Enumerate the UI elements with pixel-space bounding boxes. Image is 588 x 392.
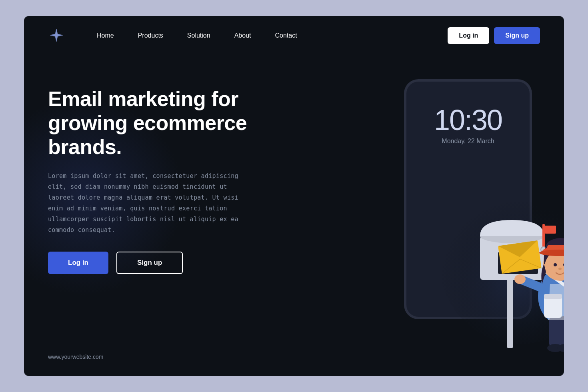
scene-illustration: [436, 128, 564, 360]
left-content: Email marketing for growing ecommerce br…: [48, 71, 280, 298]
logo-icon: [48, 27, 65, 44]
hero-signup-button[interactable]: Sign up: [116, 252, 183, 274]
hero-title: Email marketing for growing ecommerce br…: [48, 87, 280, 159]
svg-rect-2: [507, 276, 513, 348]
page-container: Home Products Solution About Contact Log…: [24, 16, 564, 376]
nav-actions: Log in Sign up: [448, 27, 540, 44]
mailbox-scene: [436, 128, 564, 360]
nav-link-products[interactable]: Products: [138, 32, 163, 39]
nav-link-contact[interactable]: Contact: [275, 32, 297, 39]
hero-login-button[interactable]: Log in: [48, 252, 108, 274]
navbar: Home Products Solution About Contact Log…: [24, 16, 564, 55]
nav-link-solution[interactable]: Solution: [187, 32, 210, 39]
svg-rect-6: [542, 224, 545, 248]
nav-link-about[interactable]: About: [234, 32, 251, 39]
svg-rect-7: [545, 226, 556, 234]
hero-buttons: Log in Sign up: [48, 252, 280, 274]
svg-rect-28: [544, 294, 562, 299]
nav-login-button[interactable]: Log in: [448, 27, 489, 44]
nav-signup-button[interactable]: Sign up: [494, 27, 540, 44]
right-illustration: 10:30 Monday, 22 March: [284, 55, 564, 376]
website-url: www.yourwebsite.com: [48, 354, 104, 360]
svg-rect-27: [544, 296, 562, 318]
svg-point-26: [558, 268, 562, 270]
svg-point-24: [554, 263, 557, 266]
svg-point-18: [514, 274, 526, 284]
nav-links: Home Products Solution About Contact: [97, 32, 448, 39]
logo: [48, 27, 65, 44]
svg-rect-15: [559, 316, 564, 348]
hero-description: Lorem ipsum dolor sit amet, consectetuer…: [48, 171, 240, 236]
main-content: Email marketing for growing ecommerce br…: [24, 55, 564, 376]
nav-link-home[interactable]: Home: [97, 32, 114, 39]
